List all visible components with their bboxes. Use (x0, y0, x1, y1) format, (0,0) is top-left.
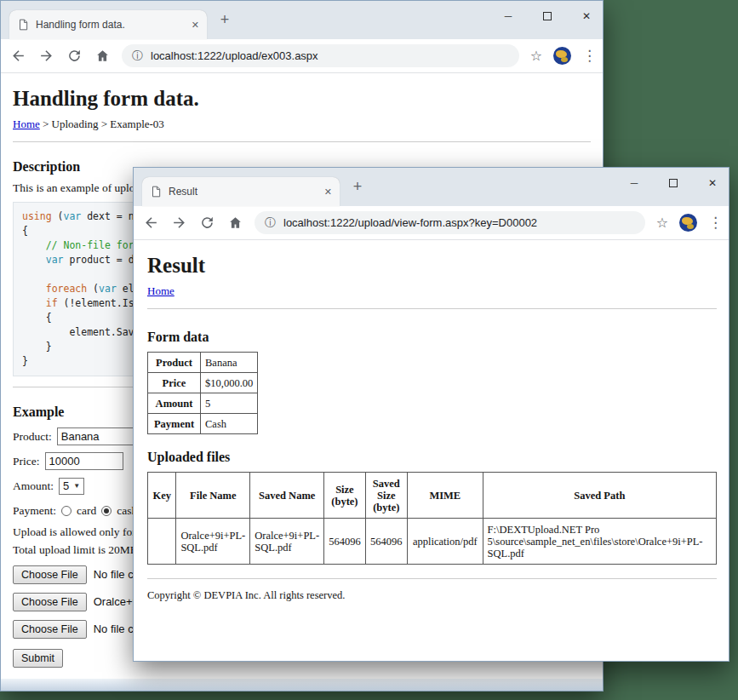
card-radio[interactable] (61, 506, 72, 516)
close-button[interactable]: ✕ (707, 176, 718, 190)
code-token: foreach (46, 283, 87, 295)
card-radio-label: card (77, 504, 96, 518)
tab-title: Result (169, 186, 318, 198)
page-favicon-icon (150, 186, 162, 198)
choose-file-button[interactable]: Choose File (13, 593, 87, 611)
reload-button[interactable] (198, 215, 215, 232)
code-token (22, 283, 46, 295)
cell-value: F:\DEXTUpload.NET Pro 5\source\sample_ne… (483, 519, 716, 565)
close-button[interactable]: ✕ (581, 9, 592, 23)
choose-file-button[interactable]: Choose File (13, 620, 87, 639)
code-token: } (22, 355, 28, 367)
amount-label: Amount: (13, 479, 54, 493)
home-link[interactable]: Home (147, 284, 174, 297)
code-token: var (46, 254, 64, 266)
submit-button[interactable]: Submit (13, 649, 63, 668)
bookmark-star-icon[interactable]: ☆ (530, 48, 542, 64)
bookmark-star-icon[interactable]: ☆ (656, 215, 668, 231)
column-header: Saved Path (483, 473, 716, 519)
maximize-icon (669, 179, 678, 187)
breadcrumb-home-link[interactable]: Home (13, 118, 40, 130)
cell-value: 5 (201, 393, 258, 414)
url-text: localhost:1222/upload/ex003.aspx (151, 49, 318, 62)
maximize-icon (543, 12, 552, 20)
profile-avatar[interactable] (679, 214, 697, 232)
code-token: } (22, 341, 52, 353)
profile-avatar[interactable] (553, 47, 571, 65)
chevron-down-icon: ▼ (73, 482, 80, 490)
payment-label: Payment: (13, 504, 56, 518)
browser-menu-icon[interactable]: ⋮ (708, 214, 720, 232)
window-bottom-edge (1, 679, 603, 691)
cash-radio[interactable] (101, 506, 112, 516)
code-token: product = de (63, 254, 140, 266)
page-title: Handling form data. (13, 87, 591, 111)
table-row: ProductBanana (148, 353, 258, 373)
cell-value (148, 519, 176, 565)
table-row: Oralce+9i+PL-SQL.pdfOralce+9i+PL-SQL.pdf… (148, 519, 717, 565)
window-controls: ─ ✕ (628, 172, 718, 194)
cell-value: 564096 (324, 519, 366, 565)
back-button[interactable] (9, 48, 26, 65)
code-token: ( (52, 210, 64, 222)
page-favicon-icon (17, 19, 29, 31)
address-bar[interactable]: ⓘ localhost:1222/upload/view-form.aspx?k… (255, 211, 645, 234)
tab-title: Handling form data. (36, 19, 185, 31)
forward-button[interactable] (170, 215, 187, 232)
price-input[interactable]: 10000 (45, 452, 123, 470)
code-token: { (22, 312, 52, 324)
home-button[interactable] (226, 215, 243, 232)
code-token: ( (87, 283, 99, 295)
new-tab-button[interactable]: + (348, 178, 367, 196)
tab-close-icon[interactable]: ✕ (324, 186, 332, 198)
minimize-button[interactable]: ─ (502, 9, 514, 23)
product-label: Product: (13, 430, 52, 444)
code-token: { (22, 225, 28, 237)
code-token: (!element.Is (58, 297, 134, 309)
new-tab-button[interactable]: + (215, 11, 234, 29)
avatar-globe-icon (561, 57, 568, 62)
home-button[interactable] (94, 48, 111, 65)
table-row: PaymentCash (148, 414, 258, 434)
code-token: // Non-file for (22, 239, 134, 251)
maximize-button[interactable] (667, 176, 679, 190)
price-label: Price: (13, 455, 40, 468)
back-button[interactable] (142, 215, 159, 232)
breadcrumb-trail: > Uploading > Example-03 (40, 118, 164, 130)
tab-result[interactable]: Result ✕ (142, 177, 340, 206)
tab-close-icon[interactable]: ✕ (192, 20, 199, 31)
tab-handling-form-data[interactable]: Handling form data. ✕ (9, 10, 207, 39)
form-data-heading: Form data (147, 330, 717, 345)
code-token: var (63, 210, 81, 222)
code-token (22, 297, 46, 309)
tab-strip: Handling form data. ✕ + ─ ✕ (1, 1, 603, 39)
table-header-row: KeyFile NameSaved NameSize (byte)Saved S… (148, 473, 717, 519)
reload-button[interactable] (66, 48, 83, 65)
minimize-button[interactable]: ─ (628, 176, 640, 190)
code-token: element.Sav (22, 326, 134, 338)
code-token: var (99, 283, 117, 295)
row-header: Product (148, 353, 201, 373)
amount-select[interactable]: 5 ▼ (59, 478, 84, 495)
page-info-icon[interactable]: ⓘ (265, 215, 276, 231)
table-row: Price$10,000.00 (148, 373, 258, 393)
table-row: Amount5 (148, 393, 258, 414)
cell-value: Oralce+9i+PL-SQL.pdf (250, 519, 324, 565)
divider (147, 578, 717, 579)
front-page: Result Home Form data ProductBananaPrice… (134, 240, 729, 661)
code-token: dext = ne (81, 210, 140, 222)
column-header: MIME (408, 473, 483, 519)
breadcrumb: Home > Uploading > Example-03 (13, 118, 591, 131)
code-token (22, 254, 46, 266)
divider (13, 141, 591, 142)
column-header: Saved Name (250, 473, 324, 519)
choose-file-button[interactable]: Choose File (13, 565, 87, 584)
maximize-button[interactable] (541, 9, 553, 23)
browser-menu-icon[interactable]: ⋮ (582, 47, 594, 65)
cell-value: Banana (201, 353, 258, 373)
cell-value: Oralce+9i+PL-SQL.pdf (176, 519, 250, 565)
forward-button[interactable] (37, 48, 54, 65)
form-data-table: ProductBananaPrice$10,000.00Amount5Payme… (147, 352, 258, 434)
address-bar[interactable]: ⓘ localhost:1222/upload/ex003.aspx (122, 44, 519, 67)
page-info-icon[interactable]: ⓘ (132, 49, 143, 64)
